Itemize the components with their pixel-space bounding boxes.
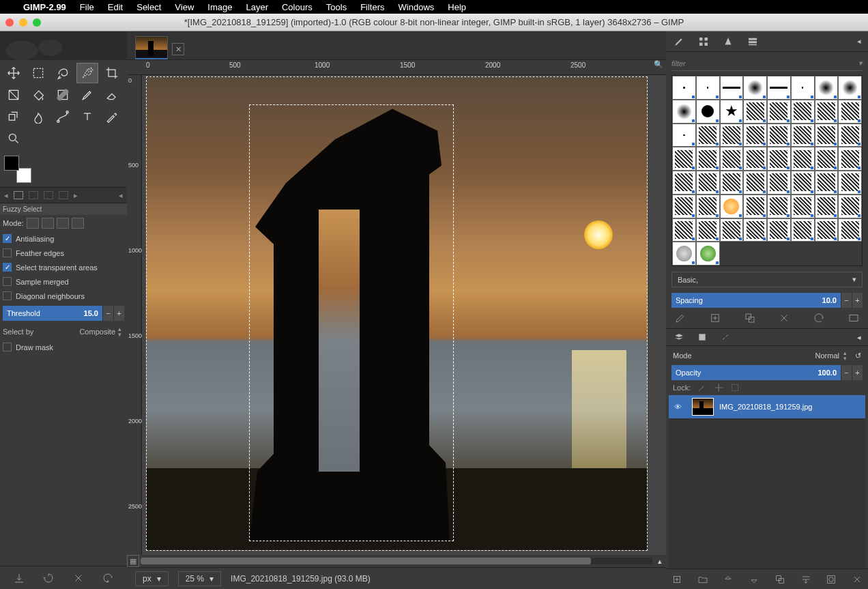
- layer-thumbnail[interactable]: [692, 398, 714, 416]
- zoom-dropdown[interactable]: 25 %▾: [178, 571, 221, 586]
- brush-cell[interactable]: [696, 147, 720, 171]
- scroll-thumb[interactable]: [141, 558, 591, 564]
- device-status-tab[interactable]: [29, 191, 38, 199]
- lock-pixels-icon[interactable]: [697, 383, 707, 392]
- raise-layer-icon[interactable]: [723, 574, 734, 585]
- layer-mode-dropdown[interactable]: Normal▴▾↺: [815, 350, 861, 361]
- brush-cell[interactable]: [743, 171, 767, 195]
- patterns-tab-icon[interactable]: [697, 35, 710, 48]
- select-by-dropdown[interactable]: Select by Composite▴▾: [3, 326, 124, 337]
- menu-help[interactable]: Help: [448, 2, 466, 12]
- delete-brush-icon[interactable]: [778, 312, 790, 324]
- opacity-decrease[interactable]: −: [841, 365, 852, 380]
- brush-cell[interactable]: [815, 171, 839, 195]
- smudge-tool[interactable]: [27, 106, 49, 127]
- rect-select-tool[interactable]: [27, 63, 49, 83]
- brush-grid[interactable]: [671, 75, 863, 266]
- checkbox-icon[interactable]: [3, 248, 12, 257]
- new-layer-icon[interactable]: [671, 574, 682, 585]
- layers-list[interactable]: [669, 418, 865, 569]
- checkbox-icon[interactable]: [3, 277, 12, 286]
- checkbox-icon[interactable]: [3, 291, 12, 300]
- brush-cell[interactable]: [696, 171, 720, 195]
- menu-windows[interactable]: Windows: [399, 2, 435, 12]
- image-tab-close[interactable]: ✕: [172, 43, 184, 55]
- brush-cell[interactable]: [791, 218, 815, 242]
- opacity-increase[interactable]: +: [852, 365, 863, 380]
- navigation-icon[interactable]: ▴: [654, 555, 666, 567]
- channels-tab-icon[interactable]: [696, 332, 708, 342]
- configure-tab-icon[interactable]: ◂: [857, 37, 861, 46]
- refresh-brush-icon[interactable]: [813, 312, 825, 324]
- brush-cell[interactable]: [696, 195, 720, 218]
- paintbrush-tool[interactable]: [76, 85, 98, 105]
- menu-tools[interactable]: Tools: [326, 2, 347, 12]
- undo-history-tab[interactable]: [44, 191, 53, 199]
- brush-cell[interactable]: [815, 195, 839, 218]
- checkbox-icon[interactable]: [3, 234, 12, 243]
- brush-cell[interactable]: [743, 195, 767, 218]
- draw-mask-check[interactable]: Draw mask: [3, 343, 124, 351]
- horizontal-ruler[interactable]: 0 500 1000 1500 2000 2500 🔍: [127, 60, 666, 75]
- dock-tabstrip[interactable]: ◂ ▸ ◂: [0, 187, 127, 203]
- delete-layer-icon[interactable]: [852, 574, 863, 585]
- quick-mask-toggle[interactable]: ▦: [127, 555, 139, 567]
- brush-cell[interactable]: [743, 147, 767, 171]
- checkbox-icon[interactable]: [3, 343, 12, 351]
- window-close-button[interactable]: [5, 18, 14, 27]
- threshold-decrease[interactable]: −: [102, 306, 113, 321]
- brush-cell[interactable]: [672, 171, 696, 195]
- bucket-fill-tool[interactable]: [27, 85, 49, 105]
- fg-color-swatch[interactable]: [4, 156, 19, 171]
- brush-cell[interactable]: [672, 76, 696, 100]
- brush-cell[interactable]: [815, 76, 839, 100]
- text-tool[interactable]: [76, 106, 98, 127]
- edit-brush-icon[interactable]: [674, 312, 686, 324]
- mask-icon[interactable]: [826, 574, 837, 585]
- brush-cell[interactable]: [838, 171, 862, 195]
- brush-cell[interactable]: [696, 242, 720, 265]
- duplicate-layer-icon[interactable]: [775, 574, 785, 585]
- menu-file[interactable]: File: [80, 2, 94, 12]
- brush-cell[interactable]: [767, 195, 791, 218]
- brush-cell[interactable]: [672, 147, 696, 171]
- horizontal-scrollbar[interactable]: ▦ ▴: [127, 555, 666, 567]
- fg-bg-color[interactable]: [4, 156, 31, 183]
- brush-cell[interactable]: [767, 147, 791, 171]
- brush-cell[interactable]: [838, 147, 862, 171]
- gradient-tool[interactable]: [52, 85, 74, 105]
- threshold-increase[interactable]: +: [113, 306, 124, 321]
- configure-layers-icon[interactable]: ◂: [857, 333, 861, 342]
- brush-cell[interactable]: [838, 124, 862, 147]
- menu-filters[interactable]: Filters: [360, 2, 384, 12]
- spacing-increase[interactable]: +: [852, 293, 863, 308]
- brushes-tab-icon[interactable]: [673, 35, 685, 48]
- brush-cell[interactable]: [767, 100, 791, 124]
- merge-down-icon[interactable]: [800, 574, 811, 585]
- mode-replace[interactable]: [27, 218, 39, 229]
- brush-cell[interactable]: [672, 195, 696, 218]
- open-as-image-icon[interactable]: [848, 312, 860, 324]
- brush-cell[interactable]: [743, 76, 767, 100]
- brush-cell[interactable]: [838, 195, 862, 218]
- brush-cell[interactable]: [672, 124, 696, 147]
- new-group-icon[interactable]: [697, 574, 708, 585]
- vertical-ruler[interactable]: 0 500 1000 1500 2000 2500: [127, 75, 142, 555]
- images-tab[interactable]: [59, 191, 68, 199]
- path-tool[interactable]: [52, 106, 74, 127]
- mode-add[interactable]: [42, 218, 54, 229]
- brush-cell[interactable]: [696, 124, 720, 147]
- menu-layer[interactable]: Layer: [246, 2, 268, 12]
- layers-tab-icon[interactable]: [673, 332, 685, 342]
- spacing-slider[interactable]: Spacing 10.0: [671, 293, 841, 308]
- checkbox-icon[interactable]: [3, 263, 12, 272]
- antialiasing-check[interactable]: Antialiasing: [3, 234, 124, 243]
- menu-colours[interactable]: Colours: [282, 2, 313, 12]
- brush-cell[interactable]: [838, 100, 862, 124]
- brush-cell[interactable]: [720, 218, 744, 242]
- brush-cell[interactable]: [696, 100, 720, 124]
- brush-cell[interactable]: [791, 124, 815, 147]
- fuzzy-select-tool[interactable]: [76, 63, 98, 83]
- crop-tool[interactable]: [101, 63, 123, 83]
- brush-cell[interactable]: [672, 218, 696, 242]
